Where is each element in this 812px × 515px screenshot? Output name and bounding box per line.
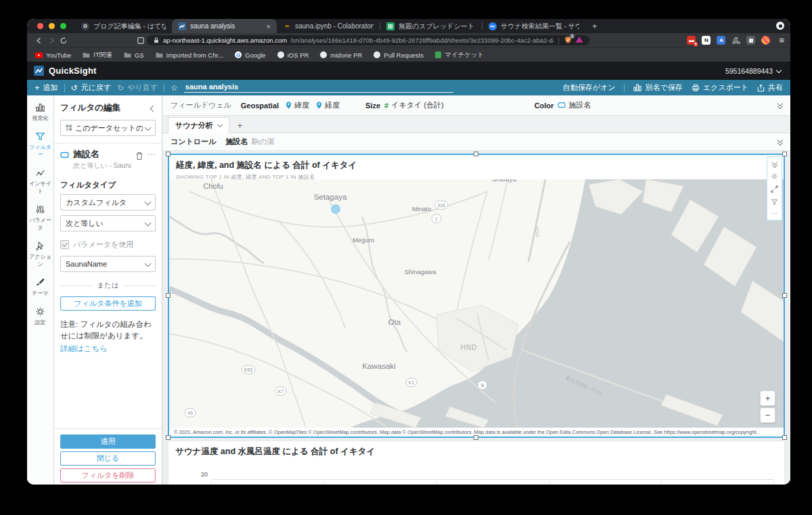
translate-extension-icon[interactable]: A [717, 36, 725, 45]
account-menu[interactable]: 595164889443 [725, 67, 784, 75]
resize-handle-mid-left[interactable] [166, 293, 171, 298]
maximize-visual-icon[interactable] [771, 185, 778, 193]
tab-label: ブログ記事編集 - はてなブログ [93, 22, 166, 31]
avatar-extension-icon[interactable] [761, 36, 770, 45]
filter-note-link[interactable]: 詳細はこちら [60, 344, 156, 354]
undo-button[interactable]: ↺元に戻す [71, 83, 112, 93]
filter-operator-select[interactable]: 次と等しい [60, 215, 156, 231]
nav-filter[interactable]: フィルター [27, 131, 53, 158]
url-omnibox[interactable]: ap-northeast-1.quicksight.aws.amazon.com… [147, 35, 589, 45]
resize-handle-top-right[interactable] [782, 152, 787, 156]
map-zoom-out-button[interactable]: − [760, 407, 775, 423]
data-point-dot[interactable] [331, 204, 340, 214]
nav-themes[interactable]: テーマ [27, 277, 53, 297]
notion-extension-icon[interactable]: N [702, 36, 710, 45]
favorite-star-icon[interactable]: ☆ [171, 83, 178, 93]
autosave-status[interactable]: 自動保存がオン [563, 83, 616, 93]
apply-filter-button[interactable]: 適用 [60, 434, 156, 449]
puzzle-extensions-icon[interactable] [731, 36, 740, 45]
gray-extension-icon[interactable] [746, 36, 755, 45]
github-icon [320, 51, 327, 58]
size-field[interactable]: # イキタイ (合計) [384, 100, 444, 110]
filter-more-menu-icon[interactable]: ... [148, 148, 156, 156]
delete-filter-button[interactable]: フィルタを削除 [60, 468, 156, 483]
collapse-panel-icon[interactable] [150, 106, 157, 112]
reading-list-icon[interactable] [135, 35, 147, 46]
resize-handle-bottom-left[interactable] [166, 435, 171, 440]
measure-hash-icon: # [384, 102, 388, 110]
redo-button[interactable]: ↻やり直す [117, 83, 158, 93]
field-wells-bar[interactable]: フィールドウェル Geospatial 緯度 経度 Size # イキタイ (合… [162, 95, 790, 116]
filter-type-select[interactable]: カスタムフィルタ [60, 194, 156, 210]
extensions-area: ▬6 N A ≡ [687, 35, 784, 45]
bookmark-pull-requests[interactable]: Pull Requests [374, 51, 424, 59]
trash-icon[interactable] [135, 152, 143, 160]
bookmark-google[interactable]: G Google [235, 51, 266, 59]
browser-menu-icon[interactable]: ≡ [779, 35, 784, 45]
tab-sauna-analysis[interactable]: sauna analysis × [172, 19, 277, 33]
map-visual[interactable]: 経度, 緯度, and 施設名 による 合計 of イキタイ SHOWING T… [168, 154, 785, 438]
reload-icon[interactable] [58, 35, 70, 46]
bookmark-ios-pr[interactable]: iOS PR [277, 51, 309, 59]
bookmark-folder-gs[interactable]: GS [124, 51, 144, 59]
filter-item[interactable]: 施設名 次と等しい - SaunaN... ... [60, 150, 156, 171]
scatter-visual[interactable]: サウナ温度 and 水風呂温度 による 合計 of イキタイ 20 [168, 441, 785, 485]
visual-collapse-icon[interactable] [773, 162, 777, 167]
tab-sauna-ikitai[interactable]: サウナ検索結果一覧 - サウナイキタイ [482, 19, 585, 33]
export-button[interactable]: エクスポート [692, 83, 748, 93]
bookmark-my-ticket[interactable]: マイチケット [435, 51, 484, 60]
resize-handle-bottom-right[interactable] [782, 435, 787, 440]
dataset-icon [66, 125, 72, 131]
controls-expand-icon[interactable] [778, 139, 782, 145]
tab-google-sheets[interactable]: 無題のスプレッドシート - Google スプ [380, 19, 482, 33]
resize-handle-bottom-center[interactable] [474, 435, 478, 440]
bookmark-folder-imported[interactable]: Imported from Chr... [156, 51, 223, 59]
minimize-window-button[interactable] [49, 23, 55, 29]
controls-row[interactable]: コントロール 施設名 駒の湯 [162, 133, 790, 151]
bookmark-midorie-pr[interactable]: midorie PR [320, 51, 362, 59]
close-tab-icon[interactable]: × [267, 22, 271, 30]
tab-colab[interactable]: ∞ sauna.ipynb - Colaboratory [277, 19, 380, 33]
bookmark-youtube[interactable]: YouTube [35, 51, 71, 59]
map-zoom-in-button[interactable]: + [760, 390, 775, 406]
color-field[interactable]: 施設名 [558, 100, 591, 110]
new-tab-button[interactable]: + [585, 19, 604, 33]
add-sheet-button[interactable]: + [238, 120, 243, 133]
triangle-extension-icon[interactable] [575, 36, 583, 45]
close-window-button[interactable] [37, 23, 43, 29]
profile-icon[interactable] [776, 22, 784, 30]
tab-hatena-blog[interactable]: O ブログ記事編集 - はてなブログ [75, 19, 172, 33]
nav-visualize[interactable]: 視覚化 [27, 102, 53, 122]
sheet-tab-sauna-analysis[interactable]: サウナ分析 [168, 117, 229, 133]
nav-actions[interactable]: アクション [27, 241, 53, 268]
filter-scope-select[interactable]: このデータセットのすべて [60, 120, 156, 136]
resize-handle-top-center[interactable] [474, 152, 478, 156]
analysis-title-input[interactable]: sauna analysis [184, 83, 453, 93]
add-filter-condition-button[interactable]: フィルタ条件を追加 [60, 296, 156, 311]
resize-handle-mid-right[interactable] [782, 293, 787, 298]
nav-insights[interactable]: インサイト [27, 168, 53, 195]
nav-settings[interactable]: 設定 [27, 307, 53, 326]
add-button[interactable]: +追加 [35, 83, 58, 93]
field-wells-expand-icon[interactable] [778, 103, 782, 108]
shield-extension-icon[interactable]: 1 [564, 36, 572, 45]
visual-menu-icon[interactable]: ⋯ [771, 211, 777, 215]
geospatial-lat-field[interactable]: 緯度 [286, 100, 309, 110]
share-button[interactable]: 共有 [757, 83, 783, 93]
back-icon[interactable] [33, 35, 45, 46]
geospatial-lon-field[interactable]: 経度 [316, 100, 340, 110]
bookmark-folder-it[interactable]: IT関連 [83, 51, 112, 60]
forward-icon[interactable] [45, 35, 58, 46]
visual-settings-gear-icon[interactable] [771, 173, 778, 180]
use-parameter-checkbox[interactable]: パラメータを使用 [60, 240, 156, 250]
y-axis-tick: 20 [194, 471, 208, 478]
visual-filter-icon[interactable] [771, 198, 778, 206]
nav-parameters[interactable]: パラメータ [27, 204, 53, 231]
red-extension-icon[interactable]: ▬6 [687, 36, 696, 45]
zoom-window-button[interactable] [60, 23, 66, 29]
close-filter-button[interactable]: 閉じる [60, 451, 156, 466]
parameter-select[interactable]: SaunaName [60, 256, 156, 272]
save-as-button[interactable]: 別名で保存 [633, 83, 682, 93]
map-area[interactable]: Chofu Shibuya Setagaya Minato Meguro Shi… [169, 179, 784, 428]
resize-handle-top-left[interactable] [166, 152, 171, 156]
